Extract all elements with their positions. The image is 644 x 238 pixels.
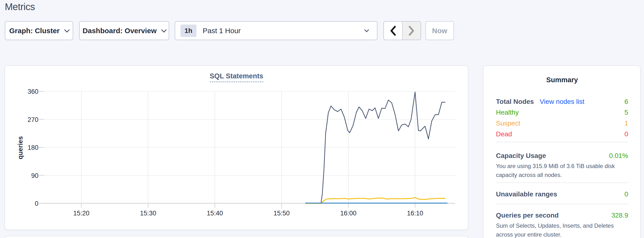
series-dark-slate xyxy=(306,92,445,203)
suspect-label: Suspect xyxy=(496,120,520,127)
unavailable-ranges-row: Unavailable ranges 0 xyxy=(496,190,628,198)
sql-statements-chart-card: SQL Statements queries 09018027036015:20… xyxy=(4,65,468,230)
graph-dropdown[interactable]: Graph: Cluster xyxy=(5,21,73,40)
x-tick-label: 15:30 xyxy=(140,210,156,217)
x-tick-label: 16:00 xyxy=(340,210,356,217)
capacity-usage-description: You are using 315.9 MiB of 3.6 TiB usabl… xyxy=(496,162,628,179)
queries-per-second-row: Queries per second 328.9 xyxy=(496,211,628,219)
x-tick-label: 15:40 xyxy=(207,210,223,217)
next-time-button[interactable] xyxy=(402,22,421,40)
sql-statements-chart[interactable]: 09018027036015:2015:3015:4015:5016:0016:… xyxy=(5,66,468,229)
dead-nodes-row: Dead 0 xyxy=(496,129,628,140)
x-tick-label: 15:20 xyxy=(73,210,90,217)
time-range-badge: 1h xyxy=(180,25,196,37)
chevron-down-icon xyxy=(161,27,166,33)
total-nodes-row: Total Nodes View nodes list 6 xyxy=(496,96,628,107)
previous-time-button[interactable] xyxy=(384,22,402,40)
dead-label: Dead xyxy=(496,130,512,138)
healthy-nodes-row: Healthy 5 xyxy=(496,107,628,118)
unavailable-ranges-label: Unavailable ranges xyxy=(496,190,557,198)
dashboard-dropdown[interactable]: Dashboard: Overview xyxy=(79,21,169,40)
divider xyxy=(496,142,628,142)
total-nodes-label: Total Nodes xyxy=(496,98,534,105)
divider xyxy=(496,204,628,204)
queries-per-second-value: 328.9 xyxy=(611,211,628,219)
queries-per-second-description: Sum of Selects, Updates, Inserts, and De… xyxy=(496,221,628,238)
y-tick-label: 270 xyxy=(28,116,38,123)
now-button[interactable]: Now xyxy=(426,21,454,40)
next-chart-card-partial xyxy=(4,236,468,238)
y-tick-label: 360 xyxy=(28,88,38,95)
unavailable-ranges-value: 0 xyxy=(624,190,628,198)
suspect-value: 1 xyxy=(624,120,628,127)
x-tick-label: 16:10 xyxy=(407,210,423,217)
chevron-left-icon xyxy=(390,26,396,36)
chevron-right-icon xyxy=(408,26,415,36)
dead-value: 0 xyxy=(624,130,628,138)
page-title: Metrics xyxy=(5,2,35,12)
queries-per-second-label: Queries per second xyxy=(496,211,558,219)
y-tick-label: 0 xyxy=(35,200,38,207)
view-nodes-list-link[interactable]: View nodes list xyxy=(540,98,584,105)
divider xyxy=(496,182,628,183)
time-step-button-group xyxy=(384,21,421,40)
summary-title: Summary xyxy=(496,75,628,84)
time-range-dropdown[interactable]: 1h Past 1 Hour xyxy=(175,21,378,40)
time-range-label: Past 1 Hour xyxy=(203,27,241,35)
capacity-usage-row: Capacity Usage 0.01% xyxy=(496,152,628,160)
chevron-down-icon xyxy=(64,27,70,33)
chevron-down-icon xyxy=(364,27,369,32)
series-yellow xyxy=(306,197,445,203)
healthy-value: 5 xyxy=(624,109,628,116)
total-nodes-value: 6 xyxy=(624,98,628,105)
graph-dropdown-label: Graph: Cluster xyxy=(9,27,60,35)
capacity-usage-label: Capacity Usage xyxy=(496,152,546,160)
healthy-label: Healthy xyxy=(496,109,519,116)
node-status-list: Total Nodes View nodes list 6 Healthy 5 … xyxy=(496,96,628,140)
metrics-page: { "page": { "title": "Metrics" }, "toolb… xyxy=(0,0,644,238)
y-tick-label: 90 xyxy=(31,172,38,179)
capacity-usage-value: 0.01% xyxy=(609,152,628,160)
dashboard-dropdown-label: Dashboard: Overview xyxy=(82,27,156,35)
x-tick-label: 15:50 xyxy=(274,210,290,217)
y-tick-label: 180 xyxy=(28,144,38,151)
summary-panel: Summary Total Nodes View nodes list 6 He… xyxy=(483,65,641,238)
suspect-nodes-row: Suspect 1 xyxy=(496,118,628,129)
